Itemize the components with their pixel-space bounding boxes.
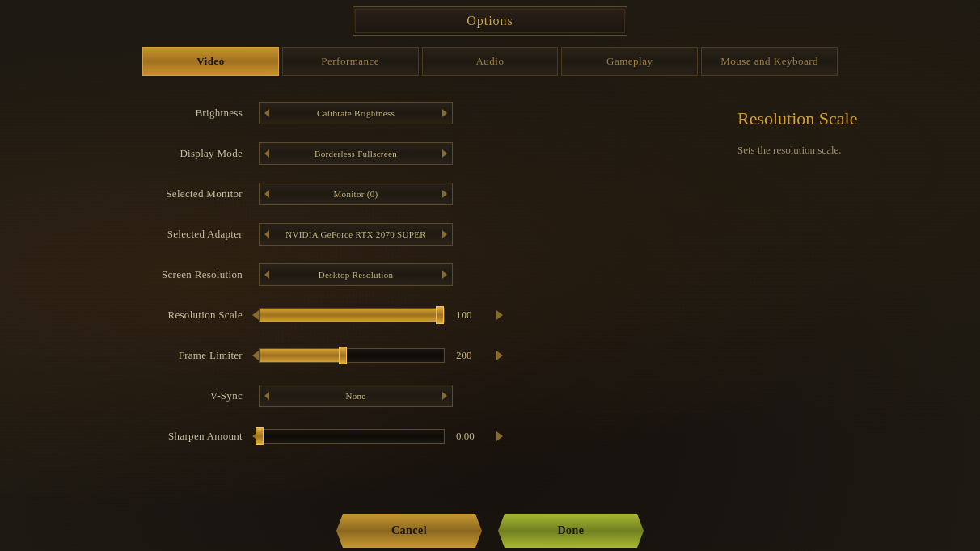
tab-mouse-keyboard[interactable]: Mouse and Keyboard (701, 47, 838, 76)
tab-audio[interactable]: Audio (422, 47, 559, 76)
resolution-scale-right-arrow[interactable] (496, 310, 503, 320)
selected-adapter-label: Selected Adapter (32, 228, 259, 241)
cancel-button[interactable]: Cancel (336, 514, 482, 548)
settings-panel: Brightness Calibrate Brightness Display … (0, 84, 721, 503)
selected-monitor-row: Selected Monitor Monitor (0) (32, 181, 721, 207)
tab-video[interactable]: Video (142, 47, 279, 76)
brightness-label: Brightness (32, 107, 259, 120)
sharpen-amount-slider-wrapper: 0.00 (259, 429, 496, 444)
sharpen-amount-track[interactable] (259, 429, 445, 444)
frame-limiter-value: 200 (456, 349, 496, 362)
display-mode-row: Display Mode Borderless Fullscreen (32, 141, 721, 166)
screen-resolution-control: Desktop Resolution (259, 263, 453, 286)
sharpen-amount-label: Sharpen Amount (32, 430, 259, 443)
resolution-scale-thumb[interactable] (436, 306, 444, 324)
brightness-button[interactable]: Calibrate Brightness (259, 102, 453, 124)
frame-limiter-label: Frame Limiter (32, 349, 259, 362)
brightness-row: Brightness Calibrate Brightness (32, 100, 721, 126)
display-mode-label: Display Mode (32, 147, 259, 160)
frame-limiter-track[interactable] (259, 348, 445, 363)
brightness-control: Calibrate Brightness (259, 102, 453, 124)
bottom-bar: Cancel Done (288, 511, 692, 551)
display-mode-control: Borderless Fullscreen (259, 142, 453, 165)
tab-gameplay[interactable]: Gameplay (561, 47, 698, 76)
v-sync-dropdown[interactable]: None (259, 385, 453, 407)
resolution-scale-row: Resolution Scale 100 (32, 302, 721, 328)
resolution-scale-slider-wrapper: 100 (259, 308, 496, 322)
selected-monitor-label: Selected Monitor (32, 187, 259, 200)
done-button[interactable]: Done (498, 514, 644, 548)
selected-adapter-dropdown[interactable]: NVIDIA GeForce RTX 2070 SUPER (259, 223, 453, 246)
title-bar: Options (353, 6, 627, 36)
sharpen-amount-thumb[interactable] (256, 427, 264, 445)
resolution-scale-value: 100 (456, 309, 496, 322)
sharpen-amount-right-arrow[interactable] (496, 431, 503, 441)
resolution-scale-track[interactable] (259, 308, 445, 322)
screen-resolution-row: Screen Resolution Desktop Resolution (32, 262, 721, 288)
content-area: Brightness Calibrate Brightness Display … (0, 84, 980, 503)
info-panel: Resolution Scale Sets the resolution sca… (721, 84, 980, 503)
v-sync-label: V-Sync (32, 389, 259, 402)
frame-limiter-thumb[interactable] (339, 347, 347, 364)
frame-limiter-right-arrow[interactable] (496, 351, 503, 360)
screen-resolution-label: Screen Resolution (32, 268, 259, 281)
info-description: Sets the resolution scale. (737, 142, 948, 158)
resolution-scale-label: Resolution Scale (32, 309, 259, 322)
screen-resolution-dropdown[interactable]: Desktop Resolution (259, 263, 453, 286)
v-sync-row: V-Sync None (32, 383, 721, 409)
resolution-scale-fill (260, 309, 440, 322)
frame-limiter-left-arrow[interactable] (252, 351, 259, 360)
display-mode-dropdown[interactable]: Borderless Fullscreen (259, 142, 453, 165)
v-sync-control: None (259, 385, 453, 407)
selected-adapter-control: NVIDIA GeForce RTX 2070 SUPER (259, 223, 453, 246)
frame-limiter-slider-wrapper: 200 (259, 348, 496, 363)
sharpen-amount-row: Sharpen Amount 0.00 (32, 423, 721, 449)
frame-limiter-row: Frame Limiter 200 (32, 343, 721, 368)
resolution-scale-left-arrow[interactable] (252, 310, 259, 320)
frame-limiter-fill (260, 349, 343, 362)
selected-adapter-row: Selected Adapter NVIDIA GeForce RTX 2070… (32, 221, 721, 247)
tab-performance[interactable]: Performance (282, 47, 419, 76)
selected-monitor-dropdown[interactable]: Monitor (0) (259, 183, 453, 205)
selected-monitor-control: Monitor (0) (259, 183, 453, 205)
tab-bar: Video Performance Audio Gameplay Mouse a… (142, 47, 838, 76)
sharpen-amount-value: 0.00 (456, 430, 496, 443)
info-title: Resolution Scale (737, 108, 948, 129)
window-title: Options (467, 14, 513, 28)
